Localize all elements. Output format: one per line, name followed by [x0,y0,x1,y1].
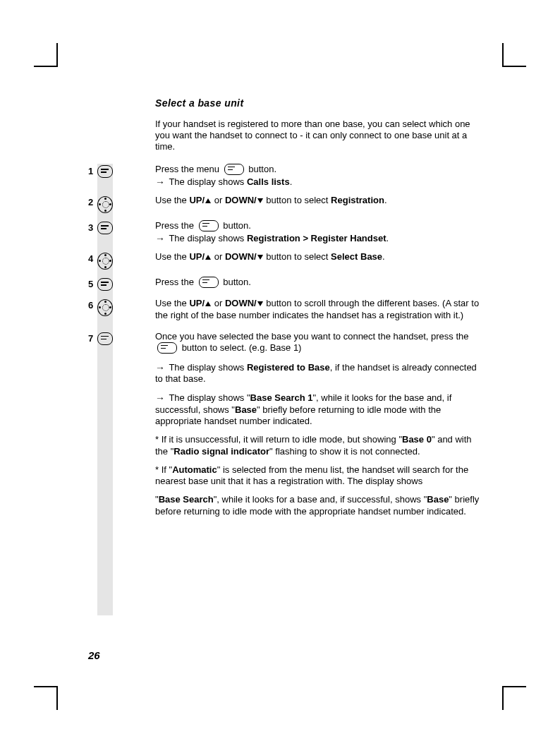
steps-list: 1 Press the menu button. → The display s… [88,164,480,517]
menu-button-icon [199,277,219,288]
menu-button-icon [157,342,177,354]
up-arrow-icon [205,198,211,203]
step-row: 5 Press the button. [88,277,480,291]
nav-pad-icon [97,299,113,316]
step-icon [97,220,113,244]
step-number: 6 [88,298,97,321]
nav-pad-icon [97,253,113,270]
menu-button-icon [97,222,113,234]
step-icon [97,298,113,321]
step-number: 1 [88,164,97,188]
page-number: 26 [88,649,100,663]
down-arrow-icon [257,255,263,260]
step-row: 2 Use the UP/ or DOWN/ button to select … [88,195,480,213]
step-number: 7 [88,331,97,354]
nav-pad-icon [97,196,113,213]
step-row: 7 Once you have selected the base you wa… [88,331,480,354]
menu-button-icon [224,164,244,175]
step-icon [97,164,113,188]
step-number: 4 [88,251,97,270]
arrow-icon: → [155,233,165,244]
step-icon [97,195,113,213]
note-text: → The display shows "Base Search 1", whi… [155,392,480,427]
step-text: Use the UP/ or DOWN/ button to select Se… [121,251,480,270]
down-arrow-icon [257,301,263,306]
step-number: 5 [88,277,97,291]
arrow-icon: → [155,176,165,188]
step-number: 3 [88,220,97,244]
up-arrow-icon [205,255,211,260]
step-text: Press the button. → The display shows Re… [121,220,480,244]
step-text: Once you have selected the base you want… [121,331,480,354]
menu-button-icon [97,165,113,178]
step-row: 6 Use the UP/ or DOWN/ button to scroll … [88,298,480,321]
page-content: Select a base unit If your handset is re… [88,97,480,524]
section-heading: Select a base unit [155,97,480,110]
step-row: 3 Press the button. → The display shows … [88,220,480,244]
step-text: Use the UP/ or DOWN/ button to select Re… [121,195,480,213]
step-icon [97,277,113,291]
down-arrow-icon [257,198,263,203]
note-text: → The display shows Registered to Base, … [155,361,480,385]
step-text: Use the UP/ or DOWN/ button to scroll th… [121,298,480,321]
step-row: 1 Press the menu button. → The display s… [88,164,480,188]
note-text: * If it is unsuccessful, it will return … [155,434,480,457]
menu-button-icon [199,220,219,231]
menu-button-icon [97,332,113,345]
step-text: Press the menu button. → The display sho… [121,164,480,188]
step-row: 4 Use the UP/ or DOWN/ button to select … [88,251,480,270]
step-icon [97,331,113,354]
step-number: 2 [88,195,97,213]
note-text: "Base Search", while it looks for a base… [155,494,480,517]
note-text: * If "Automatic" is selected from the me… [155,464,480,488]
additional-notes: → The display shows Registered to Base, … [155,361,480,517]
step-text: Press the button. [121,277,480,291]
up-arrow-icon [205,301,211,306]
arrow-icon: → [155,362,165,373]
intro-text: If your handset is registered to more th… [155,119,480,153]
menu-button-icon [97,278,113,291]
arrow-icon: → [155,392,165,404]
step-icon [97,251,113,270]
